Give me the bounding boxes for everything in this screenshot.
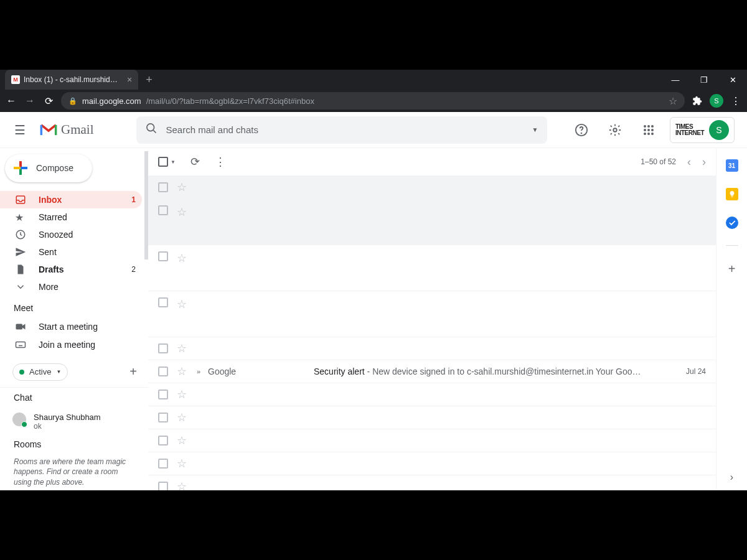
nav-drafts[interactable]: Drafts 2 xyxy=(0,261,142,278)
row-checkbox[interactable] xyxy=(158,343,168,353)
nav-label: Join a meeting xyxy=(39,340,136,350)
maximize-button[interactable]: ❐ xyxy=(690,70,718,90)
collapse-sidepanel-icon[interactable]: › xyxy=(730,472,733,483)
mail-row[interactable]: ☆ xyxy=(148,406,716,429)
row-checkbox[interactable] xyxy=(158,459,168,469)
row-checkbox[interactable] xyxy=(158,297,168,307)
row-checkbox[interactable] xyxy=(158,366,168,376)
nav-snoozed[interactable]: Snoozed xyxy=(0,226,142,243)
main-menu-button[interactable]: ☰ xyxy=(5,115,35,145)
row-star-icon[interactable]: ☆ xyxy=(177,342,187,355)
sidebar: Compose Inbox 1 ★ Starred Snoozed xyxy=(0,148,148,490)
row-star-icon[interactable]: ☆ xyxy=(177,434,187,447)
mail-row[interactable]: ☆ xyxy=(148,199,716,245)
address-field[interactable]: 🔒 mail.google.com/mail/u/0/?tab=rm&ogbl&… xyxy=(61,92,685,110)
browser-profile-avatar[interactable]: S xyxy=(710,94,723,108)
mail-row[interactable]: ☆»GoogleSecurity alert - New device sign… xyxy=(148,360,716,383)
compose-button[interactable]: Compose xyxy=(5,154,92,182)
chevron-down-icon: ▼ xyxy=(56,369,61,375)
new-chat-button[interactable]: + xyxy=(129,365,137,379)
mail-row[interactable]: ☆ xyxy=(148,176,716,199)
mail-row[interactable]: ☆ xyxy=(148,245,716,291)
support-icon[interactable] xyxy=(569,118,594,142)
row-checkbox[interactable] xyxy=(158,205,168,215)
nav-sent[interactable]: Sent xyxy=(0,243,142,261)
row-star-icon[interactable]: ☆ xyxy=(177,411,187,424)
row-checkbox[interactable] xyxy=(158,182,168,192)
row-star-icon[interactable]: ☆ xyxy=(177,480,187,490)
meet-start[interactable]: Start a meeting xyxy=(0,318,142,335)
mail-row[interactable]: ☆ xyxy=(148,452,716,475)
gmail-app: ☰ Gmail Search mail and chats ▼ TIMES xyxy=(0,112,747,490)
row-checkbox[interactable] xyxy=(158,413,168,422)
row-checkbox[interactable] xyxy=(158,390,168,399)
browser-tab[interactable]: M Inbox (1) - c-sahil.murshid@tim… × xyxy=(5,70,138,90)
row-checkbox[interactable] xyxy=(158,251,168,261)
back-button[interactable]: ← xyxy=(5,95,17,106)
clock-icon xyxy=(15,229,27,240)
close-window-button[interactable]: ✕ xyxy=(718,70,747,90)
row-star-icon[interactable]: ☆ xyxy=(177,388,187,401)
calendar-addon-icon[interactable]: 31 xyxy=(726,159,738,172)
apps-grid-icon[interactable] xyxy=(636,118,661,142)
mail-row[interactable]: ☆ xyxy=(148,383,716,406)
get-addons-button[interactable]: + xyxy=(728,262,736,276)
reload-button[interactable]: ⟳ xyxy=(42,95,55,107)
extensions-icon[interactable] xyxy=(691,96,703,106)
row-checkbox[interactable] xyxy=(158,436,168,446)
keep-addon-icon[interactable] xyxy=(726,188,738,200)
url-path: /mail/u/0/?tab=rm&ogbl&zx=l7vkf73ciq6t#i… xyxy=(146,96,314,106)
mail-row[interactable]: ☆ xyxy=(148,429,716,452)
account-avatar[interactable]: S xyxy=(709,120,729,140)
minimize-button[interactable]: — xyxy=(661,70,690,90)
search-placeholder: Search mail and chats xyxy=(166,124,532,135)
bookmark-star-icon[interactable]: ☆ xyxy=(669,95,677,107)
meet-join[interactable]: Join a meeting xyxy=(0,335,142,353)
importance-marker: » xyxy=(197,368,203,375)
row-checkbox[interactable] xyxy=(158,482,168,490)
mail-toolbar: ▼ ⟳ ⋮ 1–50 of 52 ‹ › xyxy=(148,148,716,175)
row-star-icon[interactable]: ☆ xyxy=(177,365,187,378)
nav-inbox[interactable]: Inbox 1 xyxy=(0,191,142,208)
svg-point-5 xyxy=(644,125,646,128)
mail-row[interactable]: ☆ xyxy=(148,475,716,490)
chat-contact[interactable]: Shaurya Shubham ok xyxy=(0,408,148,436)
search-bar[interactable]: Search mail and chats ▼ xyxy=(136,116,547,144)
row-date: Jul 24 xyxy=(686,367,706,376)
mail-row[interactable]: ☆ xyxy=(148,291,716,337)
org-brand-badge[interactable]: TIMESINTERNET S xyxy=(670,117,735,143)
settings-icon[interactable] xyxy=(603,118,627,142)
forward-button[interactable]: → xyxy=(24,95,36,106)
nav-count: 2 xyxy=(131,265,136,274)
search-options-icon[interactable]: ▼ xyxy=(532,126,538,133)
close-tab-icon[interactable]: × xyxy=(127,75,132,84)
select-all-checkbox[interactable] xyxy=(158,157,168,167)
nav-label: Drafts xyxy=(39,264,120,274)
row-star-icon[interactable]: ☆ xyxy=(177,205,187,219)
next-page-button[interactable]: › xyxy=(702,156,706,169)
browser-titlebar: M Inbox (1) - c-sahil.murshid@tim… × + —… xyxy=(0,70,747,90)
row-star-icon[interactable]: ☆ xyxy=(177,180,187,194)
app-body: Compose Inbox 1 ★ Starred Snoozed xyxy=(0,148,747,490)
more-actions-icon[interactable]: ⋮ xyxy=(215,155,226,169)
nav-label: Snoozed xyxy=(39,230,136,240)
chrome-menu-icon[interactable]: ⋮ xyxy=(730,95,742,107)
status-chip[interactable]: Active ▼ xyxy=(12,363,68,381)
svg-point-8 xyxy=(644,129,646,131)
nav-more[interactable]: More xyxy=(0,278,142,296)
refresh-button[interactable]: ⟳ xyxy=(190,155,200,169)
svg-rect-17 xyxy=(16,342,26,347)
row-star-icon[interactable]: ☆ xyxy=(177,251,187,265)
tasks-addon-icon[interactable] xyxy=(726,217,738,229)
row-star-icon[interactable]: ☆ xyxy=(177,457,187,470)
nav-starred[interactable]: ★ Starred xyxy=(0,208,142,226)
select-dropdown-icon[interactable]: ▼ xyxy=(171,159,176,165)
compose-plus-icon xyxy=(14,161,27,175)
new-tab-button[interactable]: + xyxy=(146,74,153,85)
search-icon[interactable] xyxy=(145,122,157,138)
prev-page-button[interactable]: ‹ xyxy=(687,156,691,169)
compose-label: Compose xyxy=(36,163,73,173)
row-star-icon[interactable]: ☆ xyxy=(177,297,187,311)
mail-row[interactable]: ☆ xyxy=(148,337,716,360)
gmail-logo[interactable]: Gmail xyxy=(40,122,94,138)
